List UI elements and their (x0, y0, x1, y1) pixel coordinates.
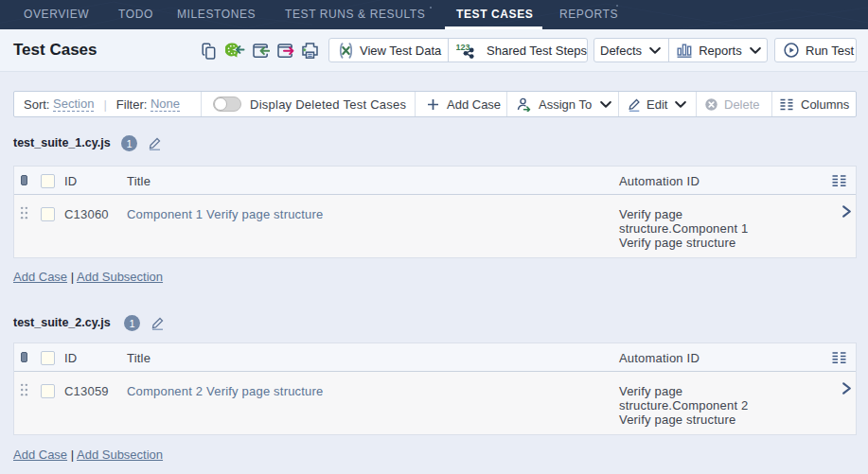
svg-text:123: 123 (456, 43, 470, 52)
